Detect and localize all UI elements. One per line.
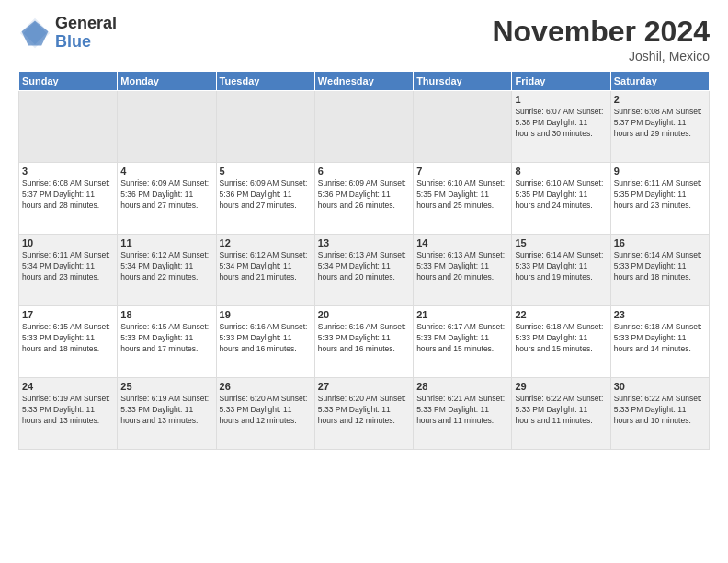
day-info: Sunrise: 6:09 AM Sunset: 5:36 PM Dayligh… <box>318 178 410 212</box>
col-monday: Monday <box>118 72 216 91</box>
day-info: Sunrise: 6:12 AM Sunset: 5:34 PM Dayligh… <box>220 250 312 283</box>
col-sunday: Sunday <box>19 72 118 91</box>
day-number: 21 <box>416 309 508 320</box>
day-number: 23 <box>614 309 706 320</box>
table-row: 17Sunrise: 6:15 AM Sunset: 5:33 PM Dayli… <box>19 306 118 378</box>
table-row: 16Sunrise: 6:14 AM Sunset: 5:33 PM Dayli… <box>610 235 709 306</box>
table-row: 25Sunrise: 6:19 AM Sunset: 5:33 PM Dayli… <box>118 378 216 450</box>
header: General Blue November 2024 Joshil, Mexic… <box>18 15 710 63</box>
table-row: 4Sunrise: 6:09 AM Sunset: 5:36 PM Daylig… <box>118 163 216 235</box>
day-number: 27 <box>318 381 410 392</box>
day-number: 17 <box>22 309 114 320</box>
day-number: 8 <box>515 166 607 177</box>
day-info: Sunrise: 6:20 AM Sunset: 5:33 PM Dayligh… <box>220 394 312 427</box>
day-info: Sunrise: 6:21 AM Sunset: 5:33 PM Dayligh… <box>416 394 508 427</box>
table-row <box>118 91 216 163</box>
table-row <box>216 91 314 163</box>
day-info: Sunrise: 6:19 AM Sunset: 5:33 PM Dayligh… <box>120 394 212 427</box>
day-info: Sunrise: 6:09 AM Sunset: 5:36 PM Dayligh… <box>120 178 212 212</box>
day-info: Sunrise: 6:13 AM Sunset: 5:33 PM Dayligh… <box>416 250 508 283</box>
day-number: 19 <box>220 309 312 320</box>
table-row: 8Sunrise: 6:10 AM Sunset: 5:35 PM Daylig… <box>512 163 610 235</box>
day-number: 4 <box>120 166 212 177</box>
day-number: 9 <box>614 166 706 177</box>
table-row: 9Sunrise: 6:11 AM Sunset: 5:35 PM Daylig… <box>610 163 709 235</box>
col-thursday: Thursday <box>414 72 512 91</box>
day-number: 5 <box>220 166 312 177</box>
day-info: Sunrise: 6:15 AM Sunset: 5:33 PM Dayligh… <box>120 322 212 355</box>
table-row: 27Sunrise: 6:20 AM Sunset: 5:33 PM Dayli… <box>314 378 413 450</box>
day-number: 20 <box>318 309 410 320</box>
day-info: Sunrise: 6:12 AM Sunset: 5:34 PM Dayligh… <box>120 250 212 283</box>
table-row: 2Sunrise: 6:08 AM Sunset: 5:37 PM Daylig… <box>610 91 709 163</box>
table-row: 6Sunrise: 6:09 AM Sunset: 5:36 PM Daylig… <box>314 163 413 235</box>
day-info: Sunrise: 6:11 AM Sunset: 5:35 PM Dayligh… <box>614 178 706 212</box>
day-number: 1 <box>515 94 607 105</box>
col-wednesday: Wednesday <box>314 72 413 91</box>
day-info: Sunrise: 6:10 AM Sunset: 5:35 PM Dayligh… <box>515 178 607 212</box>
table-row <box>314 91 413 163</box>
table-row: 26Sunrise: 6:20 AM Sunset: 5:33 PM Dayli… <box>216 378 314 450</box>
day-info: Sunrise: 6:07 AM Sunset: 5:38 PM Dayligh… <box>515 107 607 140</box>
calendar-week-row: 17Sunrise: 6:15 AM Sunset: 5:33 PM Dayli… <box>19 306 710 378</box>
logo-blue-text: Blue <box>55 33 117 52</box>
table-row: 23Sunrise: 6:18 AM Sunset: 5:33 PM Dayli… <box>610 306 709 378</box>
table-row: 18Sunrise: 6:15 AM Sunset: 5:33 PM Dayli… <box>118 306 216 378</box>
day-number: 26 <box>220 381 312 392</box>
title-block: November 2024 Joshil, Mexico <box>492 15 710 63</box>
day-info: Sunrise: 6:14 AM Sunset: 5:33 PM Dayligh… <box>515 250 607 283</box>
table-row: 15Sunrise: 6:14 AM Sunset: 5:33 PM Dayli… <box>512 235 610 306</box>
day-number: 30 <box>614 381 706 392</box>
day-info: Sunrise: 6:13 AM Sunset: 5:34 PM Dayligh… <box>318 250 410 283</box>
day-number: 29 <box>515 381 607 392</box>
day-number: 10 <box>22 237 114 248</box>
day-info: Sunrise: 6:22 AM Sunset: 5:33 PM Dayligh… <box>515 394 607 427</box>
day-info: Sunrise: 6:16 AM Sunset: 5:33 PM Dayligh… <box>220 322 312 355</box>
table-row: 24Sunrise: 6:19 AM Sunset: 5:33 PM Dayli… <box>19 378 118 450</box>
table-row: 3Sunrise: 6:08 AM Sunset: 5:37 PM Daylig… <box>19 163 118 235</box>
day-info: Sunrise: 6:08 AM Sunset: 5:37 PM Dayligh… <box>22 178 114 212</box>
table-row: 30Sunrise: 6:22 AM Sunset: 5:33 PM Dayli… <box>610 378 709 450</box>
calendar-week-row: 3Sunrise: 6:08 AM Sunset: 5:37 PM Daylig… <box>19 163 710 235</box>
table-row: 12Sunrise: 6:12 AM Sunset: 5:34 PM Dayli… <box>216 235 314 306</box>
logo: General Blue <box>18 15 117 52</box>
logo-icon <box>18 17 51 50</box>
logo-general-text: General <box>55 15 117 33</box>
page: General Blue November 2024 Joshil, Mexic… <box>0 0 728 563</box>
calendar-table: Sunday Monday Tuesday Wednesday Thursday… <box>18 71 710 450</box>
calendar-week-row: 10Sunrise: 6:11 AM Sunset: 5:34 PM Dayli… <box>19 235 710 306</box>
table-row <box>414 91 512 163</box>
day-number: 3 <box>22 166 114 177</box>
day-info: Sunrise: 6:09 AM Sunset: 5:36 PM Dayligh… <box>220 178 312 212</box>
calendar-week-row: 1Sunrise: 6:07 AM Sunset: 5:38 PM Daylig… <box>19 91 710 163</box>
day-info: Sunrise: 6:20 AM Sunset: 5:33 PM Dayligh… <box>318 394 410 427</box>
day-info: Sunrise: 6:18 AM Sunset: 5:33 PM Dayligh… <box>515 322 607 355</box>
day-info: Sunrise: 6:17 AM Sunset: 5:33 PM Dayligh… <box>416 322 508 355</box>
table-row: 22Sunrise: 6:18 AM Sunset: 5:33 PM Dayli… <box>512 306 610 378</box>
logo-text: General Blue <box>55 15 117 52</box>
table-row: 14Sunrise: 6:13 AM Sunset: 5:33 PM Dayli… <box>414 235 512 306</box>
day-number: 7 <box>416 166 508 177</box>
day-info: Sunrise: 6:10 AM Sunset: 5:35 PM Dayligh… <box>416 178 508 212</box>
table-row: 1Sunrise: 6:07 AM Sunset: 5:38 PM Daylig… <box>512 91 610 163</box>
table-row: 20Sunrise: 6:16 AM Sunset: 5:33 PM Dayli… <box>314 306 413 378</box>
day-info: Sunrise: 6:11 AM Sunset: 5:34 PM Dayligh… <box>22 250 114 283</box>
day-number: 22 <box>515 309 607 320</box>
day-number: 13 <box>318 237 410 248</box>
day-info: Sunrise: 6:08 AM Sunset: 5:37 PM Dayligh… <box>614 107 706 140</box>
month-title: November 2024 <box>492 15 710 49</box>
col-friday: Friday <box>512 72 610 91</box>
day-number: 18 <box>120 309 212 320</box>
table-row: 7Sunrise: 6:10 AM Sunset: 5:35 PM Daylig… <box>414 163 512 235</box>
table-row: 19Sunrise: 6:16 AM Sunset: 5:33 PM Dayli… <box>216 306 314 378</box>
table-row: 13Sunrise: 6:13 AM Sunset: 5:34 PM Dayli… <box>314 235 413 306</box>
location: Joshil, Mexico <box>492 49 710 63</box>
day-number: 14 <box>416 237 508 248</box>
day-number: 2 <box>614 94 706 105</box>
table-row: 29Sunrise: 6:22 AM Sunset: 5:33 PM Dayli… <box>512 378 610 450</box>
day-info: Sunrise: 6:18 AM Sunset: 5:33 PM Dayligh… <box>614 322 706 355</box>
day-number: 15 <box>515 237 607 248</box>
table-row: 10Sunrise: 6:11 AM Sunset: 5:34 PM Dayli… <box>19 235 118 306</box>
day-number: 25 <box>120 381 212 392</box>
day-number: 11 <box>120 237 212 248</box>
